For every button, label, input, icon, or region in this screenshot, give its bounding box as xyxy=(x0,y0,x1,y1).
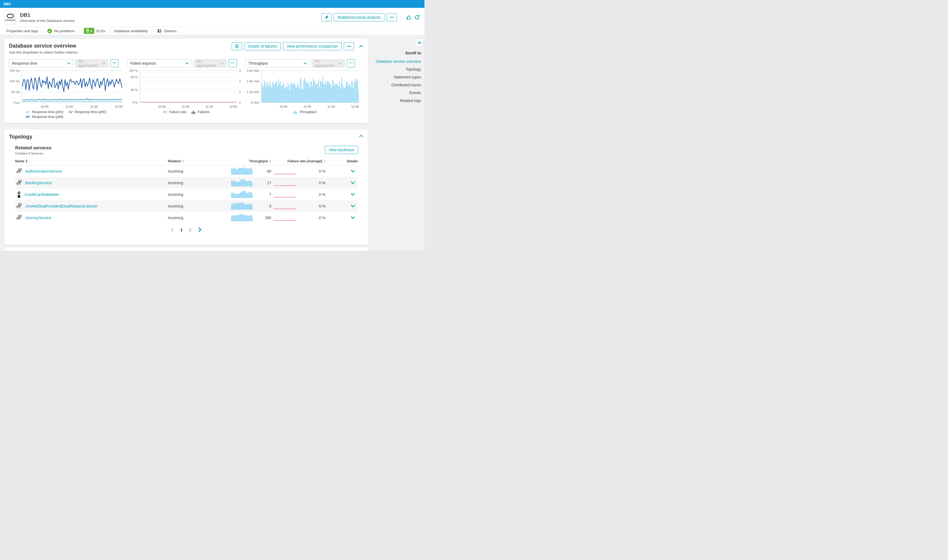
chevron-down-icon xyxy=(351,216,355,219)
metric-select-value: Failed requests xyxy=(130,61,156,65)
aggregation-select-2: No aggregation xyxy=(194,59,227,68)
metric-select-response-time[interactable]: Response time xyxy=(9,59,73,68)
tab-slos[interactable]: 2 SLOs xyxy=(80,27,109,35)
refresh-button[interactable] xyxy=(414,14,420,20)
metric-select-value: Throughput xyxy=(248,61,268,65)
aggregation-value: No aggregation xyxy=(78,59,100,68)
panel-collapse-button[interactable] xyxy=(415,39,423,47)
service-link[interactable]: BookingService xyxy=(25,181,51,185)
chart-more-button-2[interactable]: ••• xyxy=(229,59,237,68)
related-services-table: Name Relation Throughput Failure rate [A… xyxy=(4,159,368,223)
breadcrumb[interactable]: DB1 xyxy=(3,2,11,6)
svg-text:12:00: 12:00 xyxy=(229,105,237,108)
details-cell xyxy=(325,170,358,172)
chart-plot: 150 ms100 ms50 ms0 µs10:3011:0011:3012:0… xyxy=(9,69,126,109)
svg-text:10:30: 10:30 xyxy=(280,105,287,108)
svg-text:100 %: 100 % xyxy=(129,69,138,72)
service-name-cell: AuthenticationService xyxy=(15,168,168,175)
svg-text:2.4k /min: 2.4k /min xyxy=(247,80,259,83)
service-link[interactable]: JourneyService xyxy=(25,215,51,220)
slo-count: 2 xyxy=(90,29,92,33)
legend-item-response-time-p50-[interactable]: Response time (p50) xyxy=(25,110,63,114)
header-more-button[interactable]: ••• xyxy=(387,13,397,22)
topology-collapse-button[interactable] xyxy=(359,135,363,137)
details-expand-button[interactable] xyxy=(351,205,355,208)
overview-collapse-button[interactable] xyxy=(359,45,363,48)
pin-button[interactable] xyxy=(321,13,331,22)
metric-select-throughput[interactable]: Throughput xyxy=(245,59,310,68)
column-header-failure-rate[interactable]: Failure rate [Average] xyxy=(271,159,325,163)
service-link[interactable]: JmsHotDealProvider$DealRequestListener xyxy=(25,204,97,208)
chart-more-button-1[interactable]: ••• xyxy=(111,59,119,68)
svg-text:10:30: 10:30 xyxy=(158,105,166,108)
chevron-down-icon xyxy=(351,193,355,196)
legend-item-throughput[interactable]: Throughput xyxy=(293,110,316,114)
details-expand-button[interactable] xyxy=(351,193,355,196)
legend-item-response-time-p99-[interactable]: Response time (p99) xyxy=(25,115,63,119)
view-performance-comparison-button[interactable]: View performance comparison xyxy=(283,42,342,50)
scroll-link-statement-types[interactable]: Statement types xyxy=(376,75,421,79)
overview-card-subtitle: Use the dropdown to select further metri… xyxy=(9,50,363,54)
metric-selector-group-2: Failed requests No aggregation ••• xyxy=(127,59,245,68)
svg-text:0: 0 xyxy=(239,101,240,104)
pagination-page-2[interactable]: 2 xyxy=(189,228,191,232)
topology-title: Topology xyxy=(9,134,363,140)
details-expand-button[interactable] xyxy=(351,170,355,172)
details-of-failures-button[interactable]: Details of failures xyxy=(244,42,281,50)
legend-item-failures[interactable]: Failures xyxy=(191,110,210,114)
tab-properties-and-tags[interactable]: Properties and tags xyxy=(6,27,43,35)
database-service-overview-card: Database service overview Use the dropdo… xyxy=(4,39,368,123)
legend-item-failure-rate[interactable]: Failure rate xyxy=(163,110,186,114)
database-entity-icon: DATABASE xyxy=(4,10,16,25)
column-header-throughput[interactable]: Throughput xyxy=(231,159,271,163)
scroll-link-distributed-traces[interactable]: Distributed traces xyxy=(376,83,421,87)
failure-rate-value: 0 % xyxy=(312,181,325,185)
legend-swatch-icon xyxy=(163,110,168,114)
legend-label: Throughput xyxy=(299,110,316,114)
table-row: CreditCardValidationIncoming70 % xyxy=(15,189,358,200)
legend-item-response-time-p90-[interactable]: Response time (p90) xyxy=(68,110,106,114)
tab-label: Database availability xyxy=(114,29,148,33)
chart-legend: Throughput xyxy=(290,110,319,115)
legend-label: Response time (p99) xyxy=(32,115,63,119)
tab-database-availability[interactable]: Database availability xyxy=(110,27,152,35)
tab-problems[interactable]: No problems xyxy=(43,27,79,35)
chart-more-button-3[interactable]: ••• xyxy=(347,59,355,68)
overview-more-button[interactable]: ••• xyxy=(344,42,354,50)
pagination-next-button[interactable] xyxy=(198,227,202,232)
service-link[interactable]: AuthenticationService xyxy=(25,169,62,174)
chevron-left-icon xyxy=(171,227,174,232)
pagination-page-1[interactable]: 1 xyxy=(180,228,182,232)
owners-people-icon xyxy=(156,29,162,33)
svg-text:100 ms: 100 ms xyxy=(9,80,20,83)
scroll-link-topology[interactable]: Topology xyxy=(376,67,421,71)
details-cell xyxy=(325,216,358,219)
details-expand-button[interactable] xyxy=(351,181,355,184)
view-backtrace-button[interactable]: View backtrace xyxy=(325,146,358,154)
svg-text:40 %: 40 % xyxy=(131,88,137,91)
sort-icon xyxy=(182,160,184,163)
column-header-name[interactable]: Name xyxy=(15,159,168,163)
service-link[interactable]: CreditCardValidation xyxy=(25,192,59,197)
multidimensional-analysis-button[interactable]: Multidimensional analysis xyxy=(334,13,384,22)
failure-rate-sparkline xyxy=(271,200,312,212)
svg-text:2: 2 xyxy=(239,80,240,83)
details-expand-button[interactable] xyxy=(351,216,355,219)
tomcat-service-icon xyxy=(16,203,23,210)
scroll-link-related-logs[interactable]: Related logs xyxy=(376,98,421,103)
metric-select-failed-requests[interactable]: Failed requests xyxy=(127,59,191,68)
pagination-prev-button[interactable] xyxy=(171,227,174,232)
scroll-link-database-service-overview[interactable]: Database service overview xyxy=(376,59,421,63)
tab-owners[interactable]: Owners xyxy=(152,27,181,35)
scroll-link-events[interactable]: Events xyxy=(376,91,421,95)
aggregation-select-1: No aggregation xyxy=(75,59,108,68)
chart-legend: Response time (p50)Response time (p90)Re… xyxy=(23,110,113,120)
column-header-relation[interactable]: Relation xyxy=(168,159,231,163)
throughput-value: 60 xyxy=(254,169,271,174)
chevron-up-icon xyxy=(359,135,363,137)
chevron-right-icon xyxy=(198,227,202,232)
layers-button[interactable] xyxy=(232,42,242,50)
failure-rate-sparkline xyxy=(271,189,312,200)
feedback-button[interactable] xyxy=(406,14,412,20)
pin-icon xyxy=(324,15,329,20)
